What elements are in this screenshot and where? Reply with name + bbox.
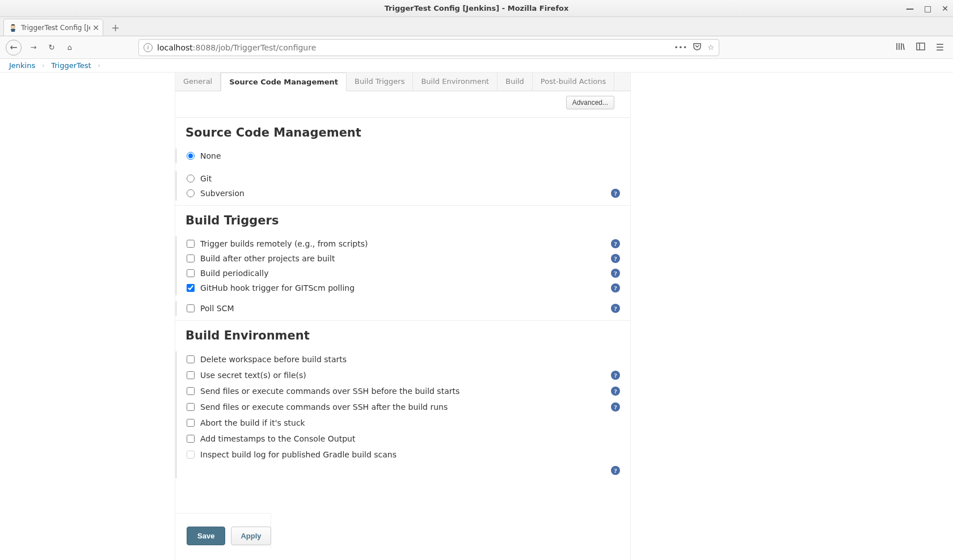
new-tab-button[interactable]: + [107, 22, 124, 36]
browser-tab[interactable]: TriggerTest Config [Jenk ✕ [3, 19, 103, 36]
tab-build-triggers[interactable]: Build Triggers [347, 73, 413, 91]
minimize-icon[interactable]: — [906, 4, 914, 13]
svg-rect-1 [11, 24, 15, 26]
help-icon[interactable]: ? [611, 239, 620, 248]
scroll-area[interactable]: General Source Code Management Build Tri… [0, 73, 953, 560]
help-icon[interactable]: ? [611, 304, 620, 313]
advanced-row: Advanced... [175, 91, 630, 118]
help-icon[interactable]: ? [611, 283, 620, 292]
more-icon[interactable]: ••• [674, 43, 687, 52]
checkbox-gradle-scans[interactable] [187, 451, 195, 459]
radio-label[interactable]: Git [185, 174, 212, 183]
svg-rect-2 [917, 43, 925, 50]
checkbox-label[interactable]: Delete workspace before build starts [185, 355, 347, 364]
checkbox-label[interactable]: Inspect build log for published Gradle b… [185, 450, 397, 459]
advanced-button[interactable]: Advanced... [566, 96, 614, 109]
tab-build-environment[interactable]: Build Environment [413, 73, 497, 91]
tab-scm[interactable]: Source Code Management [221, 73, 347, 91]
home-button[interactable]: ⌂ [64, 41, 76, 54]
radio-label[interactable]: None [185, 151, 221, 160]
site-info-icon[interactable]: i [144, 43, 153, 52]
checkbox-trigger-remote[interactable] [187, 240, 195, 248]
config-tab-bar: General Source Code Management Build Tri… [175, 73, 630, 91]
scm-option-git: Git [185, 171, 620, 186]
library-icon[interactable] [895, 41, 905, 54]
help-icon[interactable]: ? [611, 269, 620, 278]
help-icon[interactable]: ? [611, 254, 620, 263]
jenkins-favicon [9, 23, 18, 32]
help-icon[interactable]: ? [611, 371, 620, 380]
toolbar-right: ☰ [895, 41, 947, 54]
apply-button[interactable]: Apply [231, 527, 271, 545]
help-icon[interactable]: ? [611, 402, 620, 411]
pocket-icon[interactable] [693, 42, 702, 53]
back-button[interactable]: ← [6, 40, 22, 56]
tab-close-icon[interactable]: ✕ [92, 23, 99, 32]
tab-general[interactable]: General [175, 73, 221, 91]
env-gradle-scans: Inspect build log for published Gradle b… [185, 447, 620, 463]
chevron-right-icon: › [98, 62, 100, 69]
forward-button[interactable]: → [27, 41, 40, 54]
section-title-env: Build Environment [185, 329, 620, 342]
section-triggers: Build Triggers Trigger builds remotely (… [175, 206, 630, 321]
checkbox-secret-text[interactable] [187, 371, 195, 379]
checkbox-label[interactable]: Send files or execute commands over SSH … [185, 402, 448, 411]
help-icon[interactable]: ? [611, 466, 620, 475]
checkbox-github-hook[interactable] [187, 284, 195, 292]
firefox-window: TriggerTest Config [Jenkins] - Mozilla F… [0, 0, 953, 560]
checkbox-build-after[interactable] [187, 254, 195, 262]
browser-tab-strip: TriggerTest Config [Jenk ✕ + [0, 17, 953, 36]
radio-none[interactable] [187, 152, 195, 160]
checkbox-abort-stuck[interactable] [187, 419, 195, 427]
checkbox-label[interactable]: Send files or execute commands over SSH … [185, 387, 459, 396]
trigger-github-hook: GitHub hook trigger for GITScm polling ? [185, 281, 620, 295]
checkbox-label[interactable]: Build periodically [185, 269, 268, 278]
env-ssh-after: Send files or execute commands over SSH … [185, 399, 620, 415]
breadcrumb: Jenkins › TriggerTest › [0, 59, 953, 73]
checkbox-label[interactable]: GitHub hook trigger for GITScm polling [185, 283, 355, 292]
tab-build[interactable]: Build [497, 73, 533, 91]
checkbox-delete-workspace[interactable] [187, 355, 195, 363]
reload-button[interactable]: ↻ [45, 41, 58, 54]
scm-option-none: None [185, 149, 620, 163]
checkbox-poll-scm[interactable] [187, 304, 195, 312]
sidebar-toggle-icon[interactable] [916, 41, 926, 54]
scm-option-subversion: Subversion ? [185, 186, 620, 201]
checkbox-ssh-before[interactable] [187, 387, 195, 395]
help-icon[interactable]: ? [611, 387, 620, 396]
checkbox-label[interactable]: Trigger builds remotely (e.g., from scri… [185, 239, 368, 248]
tab-post-build[interactable]: Post-build Actions [533, 73, 614, 91]
url-bar[interactable]: i localhost:8088/job/TriggerTest/configu… [138, 39, 719, 56]
radio-label[interactable]: Subversion [185, 189, 244, 198]
help-icon[interactable]: ? [611, 189, 620, 198]
nav-buttons: ← → ↻ ⌂ [6, 40, 76, 56]
url-right-icons: ••• ☆ [674, 42, 714, 53]
checkbox-label[interactable]: Abort the build if it's stuck [185, 418, 305, 427]
env-ssh-before: Send files or execute commands over SSH … [185, 383, 620, 399]
checkbox-build-periodically[interactable] [187, 269, 195, 277]
maximize-icon[interactable]: □ [924, 4, 931, 13]
close-icon[interactable]: ✕ [942, 4, 948, 13]
checkbox-timestamps[interactable] [187, 435, 195, 443]
breadcrumb-link-job[interactable]: TriggerTest [51, 61, 91, 70]
trigger-remote: Trigger builds remotely (e.g., from scri… [185, 236, 620, 251]
trigger-periodically: Build periodically ? [185, 266, 620, 281]
url-text: localhost:8088/job/TriggerTest/configure [157, 43, 674, 52]
bookmark-star-icon[interactable]: ☆ [707, 43, 714, 52]
hamburger-menu-icon[interactable]: ☰ [936, 42, 944, 53]
checkbox-label[interactable]: Build after other projects are built [185, 254, 335, 263]
chevron-right-icon: › [42, 62, 44, 69]
radio-subversion[interactable] [187, 189, 195, 197]
checkbox-label[interactable]: Poll SCM [185, 304, 234, 313]
save-button[interactable]: Save [187, 527, 225, 545]
breadcrumb-link-jenkins[interactable]: Jenkins [9, 61, 35, 70]
env-secret-text: Use secret text(s) or file(s) ? [185, 367, 620, 383]
checkbox-ssh-after[interactable] [187, 403, 195, 411]
content-area: General Source Code Management Build Tri… [0, 73, 953, 560]
browser-toolbar: ← → ↻ ⌂ i localhost:8088/job/TriggerTest… [0, 36, 953, 59]
checkbox-label[interactable]: Use secret text(s) or file(s) [185, 371, 306, 380]
env-abort-stuck: Abort the build if it's stuck [185, 415, 620, 431]
checkbox-label[interactable]: Add timestamps to the Console Output [185, 434, 355, 443]
env-timestamps: Add timestamps to the Console Output [185, 431, 620, 447]
radio-git[interactable] [187, 175, 195, 183]
